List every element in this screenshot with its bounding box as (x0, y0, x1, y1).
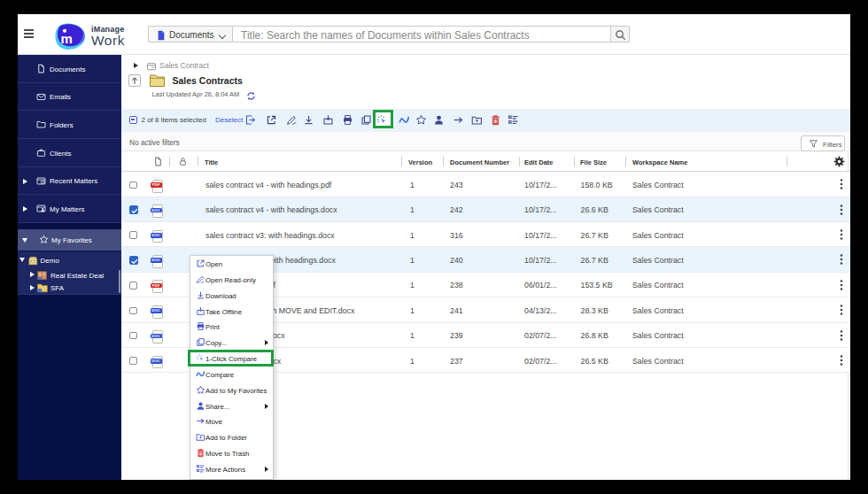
svg-text:m: m (61, 31, 73, 46)
